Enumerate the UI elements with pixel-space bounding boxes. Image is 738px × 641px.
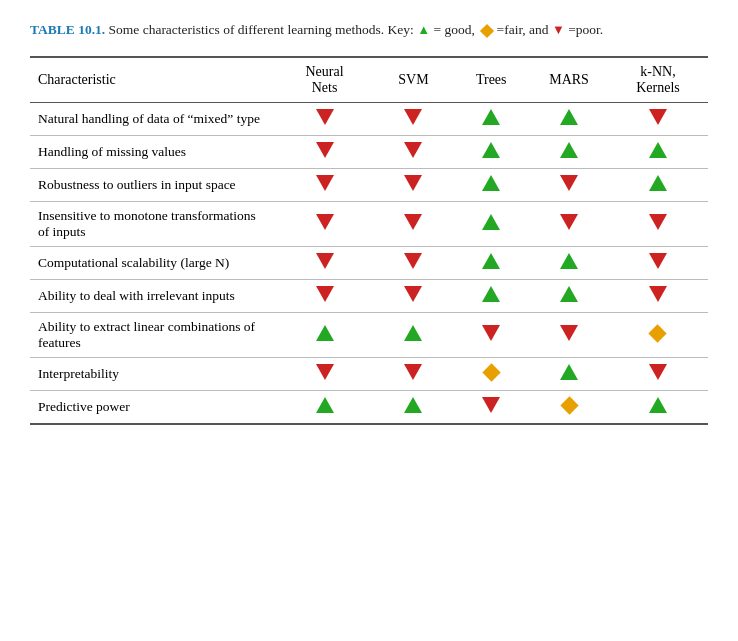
good-triangle-icon: [404, 397, 422, 413]
cell-svm: [375, 103, 453, 136]
good-triangle-icon: [316, 397, 334, 413]
good-triangle-icon: [560, 253, 578, 269]
cell-nn: [275, 103, 375, 136]
good-icon: ▲: [417, 22, 430, 37]
poor-triangle-icon: [649, 214, 667, 230]
cell-knn: [608, 391, 708, 425]
cell-svm: [375, 202, 453, 247]
row-label: Computational scalability (large N): [30, 247, 275, 280]
cell-mars: [530, 202, 608, 247]
cell-nn: [275, 169, 375, 202]
cell-svm: [375, 136, 453, 169]
poor-icon: ▼: [552, 22, 565, 37]
poor-triangle-icon: [316, 286, 334, 302]
cell-nn: [275, 136, 375, 169]
cell-knn: [608, 247, 708, 280]
cell-trees: [452, 136, 530, 169]
table-caption: TABLE 10.1. Some characteristics of diff…: [30, 20, 708, 40]
cell-trees: [452, 247, 530, 280]
cell-svm: [375, 358, 453, 391]
poor-triangle-icon: [482, 397, 500, 413]
poor-triangle-icon: [404, 286, 422, 302]
cell-nn: [275, 391, 375, 425]
good-triangle-icon: [482, 109, 500, 125]
cell-mars: [530, 247, 608, 280]
cell-mars: [530, 136, 608, 169]
good-triangle-icon: [316, 325, 334, 341]
cell-trees: [452, 391, 530, 425]
poor-triangle-icon: [316, 142, 334, 158]
cell-knn: [608, 169, 708, 202]
table-row: Ability to extract linear combinations o…: [30, 313, 708, 358]
fair-diamond-icon: [482, 363, 500, 381]
table-row: Robustness to outliers in input space: [30, 169, 708, 202]
cell-nn: [275, 247, 375, 280]
table-row: Insensitive to monotone transformations …: [30, 202, 708, 247]
good-triangle-icon: [560, 364, 578, 380]
header-knn: k-NN, Kernels: [608, 57, 708, 103]
row-label: Insensitive to monotone transformations …: [30, 202, 275, 247]
table-row: Ability to deal with irrelevant inputs: [30, 280, 708, 313]
good-triangle-icon: [482, 175, 500, 191]
row-label: Robustness to outliers in input space: [30, 169, 275, 202]
good-triangle-icon: [560, 109, 578, 125]
cell-knn: [608, 313, 708, 358]
header-neural-nets: Neural Nets: [275, 57, 375, 103]
cell-svm: [375, 247, 453, 280]
cell-knn: [608, 202, 708, 247]
cell-trees: [452, 202, 530, 247]
table-row: Interpretability: [30, 358, 708, 391]
good-triangle-icon: [560, 286, 578, 302]
cell-trees: [452, 103, 530, 136]
header-mars: MARS: [530, 57, 608, 103]
table-row: Handling of missing values: [30, 136, 708, 169]
cell-knn: [608, 280, 708, 313]
good-triangle-icon: [404, 325, 422, 341]
cell-svm: [375, 280, 453, 313]
cell-trees: [452, 313, 530, 358]
cell-nn: [275, 358, 375, 391]
poor-triangle-icon: [404, 142, 422, 158]
poor-triangle-icon: [316, 214, 334, 230]
fair-icon: [480, 24, 494, 38]
cell-mars: [530, 280, 608, 313]
good-triangle-icon: [482, 253, 500, 269]
header-trees: Trees: [452, 57, 530, 103]
poor-triangle-icon: [404, 364, 422, 380]
row-label: Predictive power: [30, 391, 275, 425]
cell-mars: [530, 169, 608, 202]
table-row: Computational scalability (large N): [30, 247, 708, 280]
good-label: = good,: [433, 22, 474, 37]
poor-triangle-icon: [404, 109, 422, 125]
cell-mars: [530, 313, 608, 358]
cell-mars: [530, 103, 608, 136]
table-header-row: Characteristic Neural Nets SVM Trees MAR…: [30, 57, 708, 103]
poor-triangle-icon: [560, 214, 578, 230]
cell-svm: [375, 391, 453, 425]
fair-diamond-icon: [560, 396, 578, 414]
poor-triangle-icon: [404, 175, 422, 191]
poor-triangle-icon: [649, 109, 667, 125]
poor-triangle-icon: [404, 253, 422, 269]
cell-svm: [375, 169, 453, 202]
cell-trees: [452, 280, 530, 313]
poor-triangle-icon: [649, 364, 667, 380]
cell-knn: [608, 136, 708, 169]
cell-knn: [608, 103, 708, 136]
poor-triangle-icon: [560, 175, 578, 191]
cell-svm: [375, 313, 453, 358]
caption-text: Some characteristics of different learni…: [109, 22, 418, 37]
row-label: Interpretability: [30, 358, 275, 391]
fair-diamond-icon: [649, 324, 667, 342]
cell-mars: [530, 391, 608, 425]
cell-knn: [608, 358, 708, 391]
poor-triangle-icon: [316, 109, 334, 125]
row-label: Handling of missing values: [30, 136, 275, 169]
row-label: Ability to deal with irrelevant inputs: [30, 280, 275, 313]
caption-label: TABLE 10.1.: [30, 22, 105, 37]
good-triangle-icon: [649, 142, 667, 158]
poor-triangle-icon: [404, 214, 422, 230]
fair-label: =fair,: [497, 22, 530, 37]
poor-triangle-icon: [482, 325, 500, 341]
table-row: Natural handling of data of “mixed” type: [30, 103, 708, 136]
